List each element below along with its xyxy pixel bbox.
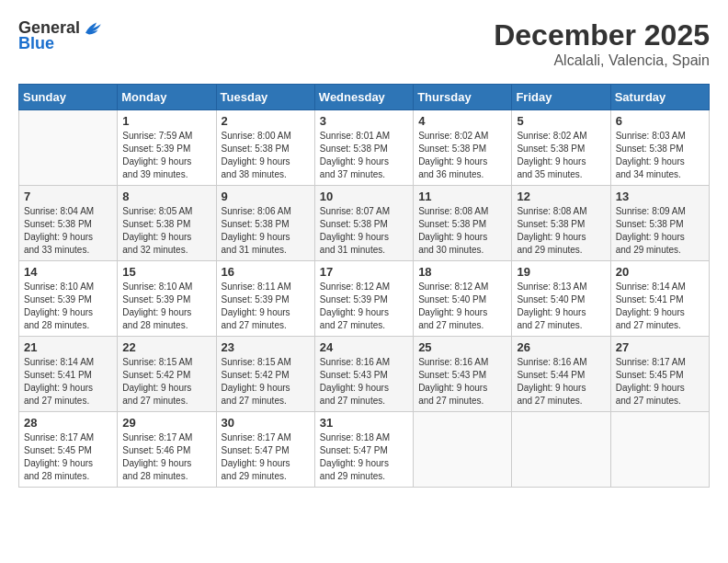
day-info: Sunrise: 8:18 AM Sunset: 5:47 PM Dayligh… [320, 431, 408, 483]
calendar-day-20: 20Sunrise: 8:14 AM Sunset: 5:41 PM Dayli… [610, 261, 709, 337]
day-info: Sunrise: 8:05 AM Sunset: 5:38 PM Dayligh… [122, 205, 210, 257]
logo: General Blue [18, 18, 104, 53]
day-info: Sunrise: 8:13 AM Sunset: 5:40 PM Dayligh… [517, 281, 605, 332]
title-block: December 2025 Alcalali, Valencia, Spain [494, 18, 710, 69]
day-number: 9 [222, 190, 310, 203]
day-info: Sunrise: 8:16 AM Sunset: 5:44 PM Dayligh… [517, 356, 605, 408]
day-number: 15 [122, 265, 210, 279]
calendar-day-1: 1Sunrise: 7:59 AM Sunset: 5:39 PM Daylig… [118, 110, 216, 186]
day-info: Sunrise: 8:10 AM Sunset: 5:39 PM Dayligh… [24, 281, 112, 332]
day-info: Sunrise: 8:00 AM Sunset: 5:38 PM Dayligh… [222, 130, 310, 181]
calendar-day-empty [512, 412, 610, 488]
day-number: 28 [24, 416, 112, 430]
day-number: 30 [222, 416, 310, 430]
day-number: 19 [517, 265, 605, 279]
calendar-day-7: 7Sunrise: 8:04 AM Sunset: 5:38 PM Daylig… [19, 186, 118, 261]
day-info: Sunrise: 8:08 AM Sunset: 5:38 PM Dayligh… [418, 205, 506, 257]
day-info: Sunrise: 8:15 AM Sunset: 5:42 PM Dayligh… [122, 356, 210, 408]
day-info: Sunrise: 7:59 AM Sunset: 5:39 PM Dayligh… [122, 130, 210, 181]
calendar-week-4: 21Sunrise: 8:14 AM Sunset: 5:41 PM Dayli… [19, 337, 710, 412]
weekday-header-saturday: Saturday [610, 85, 709, 110]
day-number: 4 [418, 114, 506, 128]
day-info: Sunrise: 8:14 AM Sunset: 5:41 PM Dayligh… [24, 356, 112, 408]
day-info: Sunrise: 8:15 AM Sunset: 5:42 PM Dayligh… [222, 356, 310, 408]
calendar-week-5: 28Sunrise: 8:17 AM Sunset: 5:45 PM Dayli… [19, 412, 710, 488]
calendar-day-empty [19, 110, 118, 186]
calendar-day-27: 27Sunrise: 8:17 AM Sunset: 5:45 PM Dayli… [610, 337, 709, 412]
calendar-week-3: 14Sunrise: 8:10 AM Sunset: 5:39 PM Dayli… [19, 261, 710, 337]
calendar-day-18: 18Sunrise: 8:12 AM Sunset: 5:40 PM Dayli… [414, 261, 512, 337]
day-number: 31 [320, 416, 408, 430]
day-info: Sunrise: 8:17 AM Sunset: 5:47 PM Dayligh… [222, 431, 310, 483]
calendar-day-8: 8Sunrise: 8:05 AM Sunset: 5:38 PM Daylig… [118, 186, 216, 261]
day-number: 23 [222, 340, 310, 354]
calendar-day-21: 21Sunrise: 8:14 AM Sunset: 5:41 PM Dayli… [19, 337, 118, 412]
calendar-day-11: 11Sunrise: 8:08 AM Sunset: 5:38 PM Dayli… [414, 186, 512, 261]
calendar-day-24: 24Sunrise: 8:16 AM Sunset: 5:43 PM Dayli… [314, 337, 413, 412]
calendar-day-26: 26Sunrise: 8:16 AM Sunset: 5:44 PM Dayli… [512, 337, 610, 412]
calendar-day-25: 25Sunrise: 8:16 AM Sunset: 5:43 PM Dayli… [414, 337, 512, 412]
calendar-day-empty [414, 412, 512, 488]
calendar-week-2: 7Sunrise: 8:04 AM Sunset: 5:38 PM Daylig… [19, 186, 710, 261]
day-info: Sunrise: 8:14 AM Sunset: 5:41 PM Dayligh… [616, 281, 704, 332]
calendar-day-14: 14Sunrise: 8:10 AM Sunset: 5:39 PM Dayli… [19, 261, 118, 337]
day-info: Sunrise: 8:11 AM Sunset: 5:39 PM Dayligh… [222, 281, 310, 332]
calendar-day-22: 22Sunrise: 8:15 AM Sunset: 5:42 PM Dayli… [118, 337, 216, 412]
calendar-day-30: 30Sunrise: 8:17 AM Sunset: 5:47 PM Dayli… [216, 412, 314, 488]
day-number: 20 [616, 265, 704, 279]
logo-blue: Blue [18, 34, 54, 53]
calendar-day-29: 29Sunrise: 8:17 AM Sunset: 5:46 PM Dayli… [118, 412, 216, 488]
weekday-header-thursday: Thursday [414, 85, 512, 110]
day-number: 12 [517, 190, 605, 203]
day-info: Sunrise: 8:02 AM Sunset: 5:38 PM Dayligh… [418, 130, 506, 181]
calendar-day-28: 28Sunrise: 8:17 AM Sunset: 5:45 PM Dayli… [19, 412, 118, 488]
day-info: Sunrise: 8:16 AM Sunset: 5:43 PM Dayligh… [320, 356, 408, 408]
day-info: Sunrise: 8:12 AM Sunset: 5:40 PM Dayligh… [418, 281, 506, 332]
calendar-week-1: 1Sunrise: 7:59 AM Sunset: 5:39 PM Daylig… [19, 110, 710, 186]
day-number: 21 [24, 340, 112, 354]
weekday-header-monday: Monday [118, 85, 216, 110]
weekday-header-friday: Friday [512, 85, 610, 110]
calendar-day-6: 6Sunrise: 8:03 AM Sunset: 5:38 PM Daylig… [610, 110, 709, 186]
calendar-day-3: 3Sunrise: 8:01 AM Sunset: 5:38 PM Daylig… [314, 110, 413, 186]
day-number: 8 [122, 190, 210, 203]
calendar-day-2: 2Sunrise: 8:00 AM Sunset: 5:38 PM Daylig… [216, 110, 314, 186]
day-number: 10 [320, 190, 408, 203]
calendar-day-empty [610, 412, 709, 488]
day-number: 6 [616, 114, 704, 128]
day-number: 22 [122, 340, 210, 354]
logo-bird-icon [82, 19, 104, 38]
day-info: Sunrise: 8:04 AM Sunset: 5:38 PM Dayligh… [24, 205, 112, 257]
day-info: Sunrise: 8:10 AM Sunset: 5:39 PM Dayligh… [122, 281, 210, 332]
day-info: Sunrise: 8:12 AM Sunset: 5:39 PM Dayligh… [320, 281, 408, 332]
calendar-table: SundayMondayTuesdayWednesdayThursdayFrid… [18, 84, 710, 488]
month-title: December 2025 [494, 18, 710, 52]
day-number: 17 [320, 265, 408, 279]
calendar-day-5: 5Sunrise: 8:02 AM Sunset: 5:38 PM Daylig… [512, 110, 610, 186]
day-number: 3 [320, 114, 408, 128]
day-info: Sunrise: 8:06 AM Sunset: 5:38 PM Dayligh… [222, 205, 310, 257]
calendar-day-10: 10Sunrise: 8:07 AM Sunset: 5:38 PM Dayli… [314, 186, 413, 261]
calendar-day-31: 31Sunrise: 8:18 AM Sunset: 5:47 PM Dayli… [314, 412, 413, 488]
weekday-header-sunday: Sunday [19, 85, 118, 110]
calendar-day-4: 4Sunrise: 8:02 AM Sunset: 5:38 PM Daylig… [414, 110, 512, 186]
day-number: 26 [517, 340, 605, 354]
day-number: 14 [24, 265, 112, 279]
weekday-header-tuesday: Tuesday [216, 85, 314, 110]
calendar-day-9: 9Sunrise: 8:06 AM Sunset: 5:38 PM Daylig… [216, 186, 314, 261]
page-header: General Blue December 2025 Alcalali, Val… [18, 18, 710, 69]
day-number: 16 [222, 265, 310, 279]
day-number: 2 [222, 114, 310, 128]
day-number: 1 [122, 114, 210, 128]
day-info: Sunrise: 8:08 AM Sunset: 5:38 PM Dayligh… [517, 205, 605, 257]
day-number: 5 [517, 114, 605, 128]
location-title: Alcalali, Valencia, Spain [494, 52, 710, 69]
day-info: Sunrise: 8:17 AM Sunset: 5:45 PM Dayligh… [616, 356, 704, 408]
day-info: Sunrise: 8:09 AM Sunset: 5:38 PM Dayligh… [616, 205, 704, 257]
day-info: Sunrise: 8:01 AM Sunset: 5:38 PM Dayligh… [320, 130, 408, 181]
day-number: 18 [418, 265, 506, 279]
day-number: 13 [616, 190, 704, 203]
calendar-day-13: 13Sunrise: 8:09 AM Sunset: 5:38 PM Dayli… [610, 186, 709, 261]
weekday-header-wednesday: Wednesday [314, 85, 413, 110]
calendar-day-17: 17Sunrise: 8:12 AM Sunset: 5:39 PM Dayli… [314, 261, 413, 337]
